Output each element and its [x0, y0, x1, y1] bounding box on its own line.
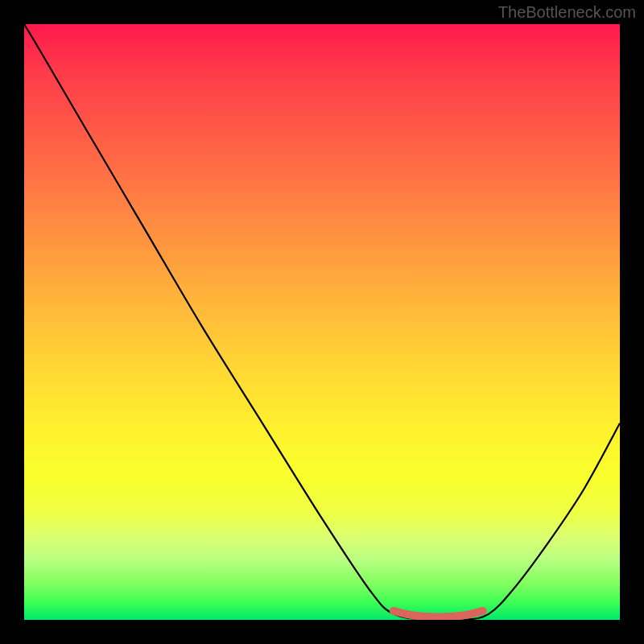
chart-svg — [24, 24, 620, 620]
bottleneck-curve — [24, 24, 620, 620]
watermark-text: TheBottleneck.com — [498, 3, 636, 22]
optimal-range-marker — [394, 611, 483, 617]
